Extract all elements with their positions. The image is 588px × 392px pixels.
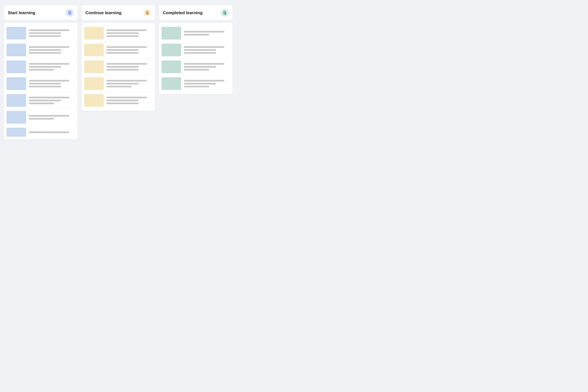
thumbnail [6, 77, 26, 90]
item-lines [29, 80, 75, 88]
start-learning-list [4, 23, 78, 139]
continue-learning-header: Continue learning [82, 5, 155, 20]
list-item-partial[interactable] [6, 126, 75, 137]
start-learning-icon [68, 11, 72, 15]
list-item[interactable] [84, 92, 152, 109]
item-lines [184, 80, 230, 88]
thumbnail [162, 44, 181, 56]
line-3 [184, 86, 209, 88]
item-lines [29, 30, 75, 37]
line-3 [29, 52, 61, 54]
start-learning-title: Start learning [8, 10, 35, 15]
thumbnail [6, 94, 26, 107]
continue-learning-title: Continue learning [86, 10, 122, 15]
item-lines [29, 63, 75, 70]
item-lines [29, 97, 75, 104]
line-3 [106, 35, 139, 37]
line-2 [29, 83, 61, 84]
thumbnail [84, 94, 104, 107]
item-lines [106, 97, 152, 104]
list-item[interactable] [162, 75, 230, 92]
thumbnail [6, 111, 26, 124]
list-item[interactable] [6, 42, 75, 58]
line-3 [106, 102, 139, 104]
line-2 [29, 118, 54, 120]
thumbnail [6, 44, 26, 56]
line-1 [29, 80, 70, 82]
list-item[interactable] [6, 92, 75, 109]
continue-learning-icon-bg [143, 9, 151, 17]
thumbnail [162, 60, 181, 73]
line-1 [106, 97, 147, 98]
line-1 [106, 63, 147, 65]
line-2 [184, 83, 216, 84]
completed-learning-title: Completed learning [163, 10, 202, 15]
learning-columns: Start learning [4, 5, 232, 139]
list-item[interactable] [84, 58, 152, 75]
line-2 [29, 66, 61, 68]
list-item[interactable] [84, 75, 152, 92]
thumbnail [84, 77, 104, 90]
thumbnail [162, 77, 181, 90]
completed-learning-icon [223, 11, 227, 15]
list-item[interactable] [84, 42, 152, 58]
item-lines [106, 46, 152, 54]
line-2 [106, 32, 139, 34]
line-1 [29, 97, 70, 98]
list-item[interactable] [6, 75, 75, 92]
list-item[interactable] [6, 25, 75, 42]
item-lines [184, 31, 230, 36]
line-1 [106, 46, 147, 48]
continue-learning-list [82, 23, 155, 111]
item-lines [106, 63, 152, 70]
line-3 [106, 69, 139, 70]
thumbnail [84, 27, 104, 40]
line-3 [29, 35, 61, 37]
line-1 [29, 115, 70, 116]
line-1 [106, 30, 147, 31]
item-lines [106, 30, 152, 37]
line-2 [106, 49, 139, 51]
list-item[interactable] [84, 25, 152, 42]
line-1 [29, 30, 70, 31]
item-lines [29, 46, 75, 54]
list-item[interactable] [6, 109, 75, 126]
item-lines [106, 80, 152, 88]
thumbnail [6, 27, 26, 40]
line-3 [29, 102, 54, 104]
thumbnail [84, 44, 104, 56]
start-learning-column: Start learning [4, 5, 78, 139]
completed-learning-list [159, 23, 232, 94]
line-2 [106, 66, 139, 68]
line-1 [184, 80, 224, 82]
start-learning-header: Start learning [4, 5, 78, 20]
line-3 [106, 86, 132, 88]
thumbnail [84, 60, 104, 73]
line-3 [184, 69, 209, 70]
svg-rect-11 [224, 11, 226, 14]
line-2 [106, 100, 139, 101]
line-1 [184, 46, 224, 48]
line-1 [29, 63, 70, 65]
start-learning-icon-bg [66, 9, 74, 17]
completed-learning-icon-bg [221, 9, 229, 17]
line-3 [29, 86, 61, 88]
item-lines [29, 115, 75, 120]
thumbnail [6, 60, 26, 73]
completed-learning-header: Completed learning [159, 5, 232, 20]
list-item[interactable] [162, 42, 230, 58]
line-2 [184, 66, 216, 68]
completed-learning-column: Completed learning [159, 5, 232, 139]
line-2 [184, 34, 209, 36]
line-1 [29, 46, 70, 48]
item-lines-partial [29, 132, 75, 133]
list-item[interactable] [162, 58, 230, 75]
line-2 [184, 49, 216, 51]
continue-learning-column: Continue learning [82, 5, 155, 139]
list-item[interactable] [6, 58, 75, 75]
item-lines [184, 46, 230, 54]
list-item[interactable] [162, 25, 230, 42]
line-2 [29, 32, 61, 34]
thumbnail-partial [6, 128, 26, 137]
line-1 [29, 132, 70, 133]
